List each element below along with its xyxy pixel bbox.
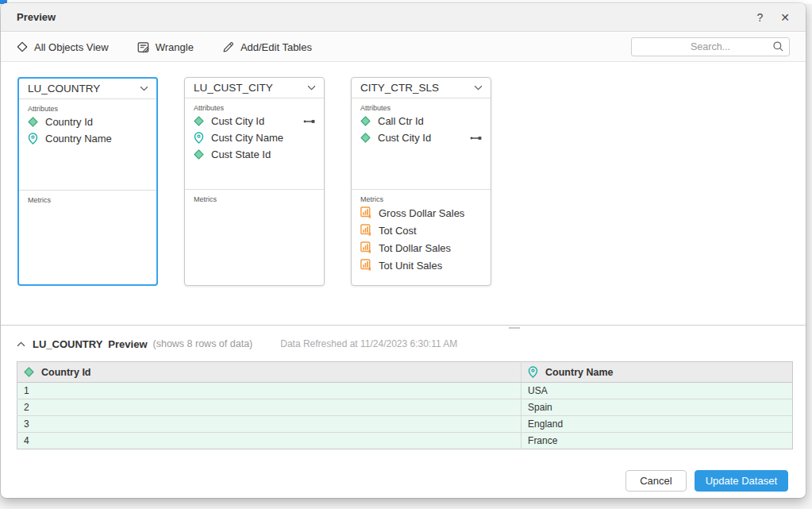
preview-table-name: LU_COUNTRY [33,338,102,350]
wrangle-table-icon [137,41,149,53]
toolbar-item-label: All Objects View [34,41,109,53]
cell-country-name: Spain [521,399,793,416]
table-row: 4 France [17,433,793,449]
table-row: 2 Spain [17,399,793,416]
cell-country-id: 4 [17,433,521,449]
preview-rows-note: (shows 8 rows of data) [153,338,253,349]
attribute-label: Cust City Id [378,132,431,144]
attribute-diamond-icon [360,116,371,126]
attribute-item[interactable]: Call Ctr Id [352,113,491,129]
search-input[interactable] [631,37,790,56]
metric-item[interactable]: Tot Dollar Sales [352,239,491,256]
join-link-icon[interactable] [303,118,315,125]
chevron-down-icon[interactable] [474,85,483,91]
metric-label: Tot Unit Sales [379,260,442,272]
card-header[interactable]: LU_CUST_CITY [185,78,324,98]
data-refreshed-text: Data Refreshed at 11/24/2023 6:30:11 AM [280,338,457,349]
attributes-label: Attributes [352,98,491,113]
geo-pin-icon [528,366,538,378]
attribute-label: Cust City Id [211,115,264,127]
cell-country-id: 3 [17,416,521,433]
metric-icon [360,259,371,272]
toolbar-item-label: Add/Edit Tables [241,41,312,53]
column-header-country-name[interactable]: Country Name [521,362,793,383]
attribute-item[interactable]: Cust City Id [185,113,324,129]
metrics-section: Metrics [185,190,324,285]
metrics-label: Metrics [185,190,324,204]
close-icon[interactable]: ✕ [780,12,790,23]
attribute-diamond-icon [194,116,204,126]
metrics-label: Metrics [19,191,156,205]
column-header-label: Country Id [41,367,91,378]
attribute-item[interactable]: Country Name [19,130,156,147]
attribute-label: Cust City Name [211,132,283,144]
card-header[interactable]: LU_COUNTRY [19,79,156,99]
preview-header: LU_COUNTRY Preview (shows 8 rows of data… [17,335,790,353]
search-box [631,37,790,56]
table-card-lu-cust-city[interactable]: LU_CUST_CITY Attributes Cust City Id [184,77,325,286]
metric-item[interactable]: Tot Unit Sales [352,256,491,274]
metric-item[interactable]: Gross Dollar Sales [352,204,491,222]
search-icon[interactable] [772,40,784,52]
attributes-label: Attributes [19,99,156,114]
attribute-diamond-icon [28,117,38,127]
preview-data-table: Country Id Country Name 1 [17,361,793,449]
attributes-section: Attributes Cust City Id Cust City Nam [185,98,324,189]
attribute-label: Cust State Id [211,148,271,160]
toolbar-item-all-objects-view[interactable]: All Objects View [17,41,109,53]
cell-country-id: 1 [17,383,521,399]
join-link-icon[interactable] [470,135,482,141]
metrics-section: Metrics Gross Dollar Sales Tot Cost [352,190,491,285]
table-row: 3 England [17,416,793,433]
metric-label: Gross Dollar Sales [379,207,464,219]
chevron-up-icon[interactable] [17,341,25,347]
geo-pin-icon [194,132,204,144]
card-header[interactable]: CITY_CTR_SLS [352,78,491,98]
help-icon[interactable]: ? [756,12,763,23]
table-row: 1 USA [17,383,793,399]
metric-label: Tot Dollar Sales [379,242,451,254]
table-card-city-ctr-sls[interactable]: CITY_CTR_SLS Attributes Call Ctr Id [351,77,491,286]
attribute-item[interactable]: Cust State Id [185,146,324,163]
column-header-country-id[interactable]: Country Id [17,362,521,383]
attribute-item[interactable]: Country Id [19,114,156,130]
update-dataset-button[interactable]: Update Dataset [695,470,788,492]
card-title: CITY_CTR_SLS [360,82,439,94]
metric-label: Tot Cost [379,225,417,237]
pencil-icon [222,41,234,53]
table-header-row: Country Id Country Name [17,362,793,383]
cell-country-id: 2 [17,399,521,416]
attribute-label: Country Id [45,116,93,128]
column-header-label: Country Name [545,367,613,378]
attribute-diamond-icon [360,133,371,143]
attribute-item[interactable]: Cust City Name [185,129,324,146]
metric-icon [360,206,371,219]
preview-label: Preview [108,338,147,350]
dialog-toolbar: All Objects View Wrangle Add/Edit Tables [1,33,806,62]
attributes-section: Attributes Call Ctr Id Cust City Id [352,98,491,189]
card-title: LU_COUNTRY [28,83,100,94]
cancel-button[interactable]: Cancel [625,470,686,492]
metrics-section: Metrics [19,191,156,284]
metric-item[interactable]: Tot Cost [352,222,491,239]
chevron-down-icon[interactable] [140,86,148,91]
preview-panel: LU_COUNTRY Preview (shows 8 rows of data… [1,329,806,460]
dialog-titlebar: Preview ? ✕ [1,3,806,32]
chevron-down-icon[interactable] [307,85,316,91]
attribute-item[interactable]: Cust City Id [352,129,491,146]
attribute-label: Call Ctr Id [378,115,424,127]
dialog-title: Preview [17,11,56,23]
cell-country-name: England [521,416,793,433]
geo-pin-icon [28,133,38,145]
tables-canvas: LU_COUNTRY Attributes Country Id [1,62,806,325]
attribute-diamond-icon [194,149,204,160]
metrics-label: Metrics [352,190,491,204]
attribute-label: Country Name [45,133,112,145]
toolbar-item-wrangle[interactable]: Wrangle [137,41,194,53]
toolbar-item-add-edit-tables[interactable]: Add/Edit Tables [222,41,312,53]
metric-icon [360,241,371,254]
table-card-lu-country[interactable]: LU_COUNTRY Attributes Country Id [17,77,158,286]
attribute-diamond-icon [24,367,34,377]
card-title: LU_CUST_CITY [194,82,273,94]
diamond-outline-icon [17,41,28,52]
